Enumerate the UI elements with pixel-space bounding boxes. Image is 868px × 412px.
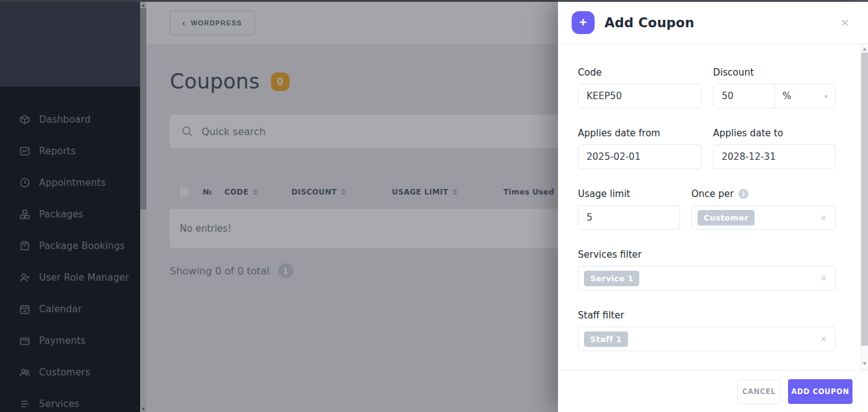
scroll-down-arrow[interactable]: ▼ <box>861 360 868 367</box>
scrollbar-thumb[interactable] <box>861 53 868 346</box>
panel-body: Code Discount % ▾ Applies dat <box>558 44 868 370</box>
caret-down-icon: ▾ <box>825 93 828 100</box>
app-screen: Dashboard Reports Appointments Packages … <box>0 0 868 412</box>
once-per-chip[interactable]: Customer <box>698 210 755 226</box>
staff-filter-chip[interactable]: Staff 1 <box>584 331 628 347</box>
discount-unit-select[interactable]: % ▾ <box>774 84 836 108</box>
staff-filter-select[interactable]: Staff 1 ✕ <box>578 327 836 351</box>
discount-input[interactable] <box>713 84 775 108</box>
panel-title: Add Coupon <box>604 15 831 30</box>
code-input[interactable] <box>578 84 702 108</box>
discount-unit-value: % <box>782 90 791 102</box>
info-icon[interactable]: i <box>738 189 748 199</box>
date-from-input[interactable] <box>578 144 702 169</box>
services-filter-select[interactable]: Service 1 ✕ <box>578 266 836 291</box>
staff-filter-label: Staff filter <box>578 309 836 322</box>
code-label: Code <box>578 66 702 79</box>
once-per-label: Once per i <box>691 188 836 200</box>
date-to-label: Applies date to <box>713 127 836 139</box>
modal-backdrop[interactable] <box>0 0 558 412</box>
clear-icon[interactable]: ✕ <box>820 335 827 344</box>
scroll-up-arrow[interactable]: ▲ <box>861 45 868 53</box>
services-filter-label: Services filter <box>578 248 836 261</box>
panel-header: + Add Coupon ✕ <box>558 2 868 44</box>
discount-label: Discount <box>713 66 836 79</box>
add-coupon-button[interactable]: ADD COUPON <box>788 379 852 404</box>
services-filter-chip[interactable]: Service 1 <box>584 271 639 286</box>
panel-footer: CANCEL ADD COUPON <box>558 370 868 412</box>
clear-icon[interactable]: ✕ <box>820 213 827 222</box>
plus-icon: + <box>572 11 595 34</box>
once-per-select[interactable]: Customer ✕ <box>691 205 836 230</box>
date-from-label: Applies date from <box>578 127 702 139</box>
date-to-input[interactable] <box>713 144 836 169</box>
usage-limit-label: Usage limit <box>578 188 680 200</box>
add-coupon-panel: + Add Coupon ✕ Code Discount % ▾ <box>558 2 868 412</box>
close-icon[interactable]: ✕ <box>841 17 849 29</box>
usage-limit-input[interactable] <box>578 205 680 230</box>
panel-scrollbar[interactable]: ▲ ▼ <box>861 44 868 370</box>
cancel-button[interactable]: CANCEL <box>737 379 781 404</box>
clear-icon[interactable]: ✕ <box>820 274 827 283</box>
